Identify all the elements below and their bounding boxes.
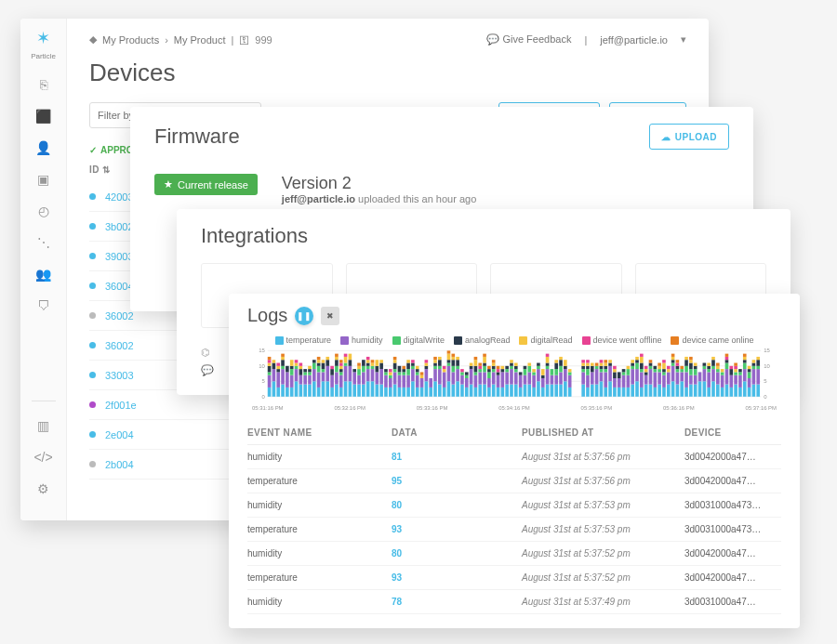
svg-rect-205 [447, 360, 451, 362]
svg-rect-200 [443, 369, 446, 372]
nav-folder-icon[interactable]: ⎘ [40, 77, 47, 92]
breadcrumb-product[interactable]: My Product [174, 34, 226, 46]
svg-rect-473 [711, 369, 715, 381]
svg-rect-95 [339, 363, 343, 366]
svg-rect-407 [649, 366, 653, 369]
log-row[interactable]: temperature 93 August 31st at 5:37:53 pm… [247, 518, 781, 542]
log-event: humidity [247, 548, 392, 559]
svg-rect-265 [501, 373, 505, 388]
svg-rect-24 [276, 373, 280, 388]
svg-rect-370 [613, 373, 617, 379]
logs-table-header: EVENT NAME DATA PUBLISHED AT DEVICE [247, 421, 781, 445]
log-published: August 31st at 5:37:53 pm [522, 524, 684, 534]
svg-rect-486 [725, 385, 729, 397]
svg-rect-295 [532, 373, 536, 375]
svg-rect-56 [308, 385, 312, 397]
svg-rect-454 [689, 360, 693, 362]
svg-rect-361 [604, 366, 607, 369]
svg-rect-445 [684, 388, 688, 397]
nav-gear-icon[interactable]: ⚙ [37, 481, 49, 496]
nav-terminal-icon[interactable]: ▣ [37, 172, 49, 187]
legend-item[interactable]: temperature [275, 335, 332, 345]
svg-rect-106 [352, 385, 356, 397]
legend-item[interactable]: analogRead [454, 335, 511, 345]
svg-rect-208 [451, 385, 455, 397]
nav-graph-icon[interactable]: ⋱ [37, 235, 50, 250]
svg-rect-256 [492, 366, 496, 369]
svg-rect-270 [505, 369, 509, 372]
svg-rect-125 [371, 369, 375, 381]
nav-shield-icon[interactable]: ⛉ [37, 298, 50, 313]
svg-rect-167 [411, 369, 415, 381]
svg-rect-130 [376, 373, 379, 385]
svg-rect-248 [487, 388, 491, 397]
legend-item[interactable]: humidity [340, 335, 383, 345]
svg-rect-156 [402, 388, 405, 397]
svg-rect-367 [608, 360, 612, 362]
svg-rect-175 [416, 366, 419, 369]
log-row[interactable]: humidity 81 August 31st at 5:37:56 pm 3d… [247, 445, 781, 469]
legend-item[interactable]: device went offline [582, 335, 662, 345]
svg-rect-216 [456, 366, 459, 369]
svg-rect-109 [357, 385, 361, 397]
clear-button[interactable]: ✖ [321, 307, 339, 325]
log-row[interactable]: humidity 80 August 31st at 5:37:52 pm 3d… [247, 542, 781, 566]
svg-rect-17 [268, 360, 272, 362]
svg-rect-72 [322, 373, 326, 382]
chevron-right-icon: › [165, 34, 168, 46]
svg-rect-33 [281, 354, 285, 357]
firmware-uploader: jeff@particle.io uploaded this an hour a… [282, 193, 476, 204]
give-feedback-link[interactable]: 💬 Give Feedback [486, 33, 571, 46]
svg-rect-22 [272, 360, 276, 362]
brand-icon: ✶ [36, 28, 50, 48]
svg-rect-419 [662, 388, 666, 397]
svg-rect-490 [725, 357, 729, 360]
log-device: 3d0031000a473… [684, 500, 781, 510]
svg-rect-170 [411, 360, 415, 362]
svg-rect-373 [618, 388, 621, 397]
svg-rect-336 [581, 363, 585, 366]
svg-rect-350 [595, 366, 599, 369]
pause-button[interactable]: ❚❚ [295, 307, 313, 325]
nav-user-icon[interactable]: 👤 [35, 140, 51, 155]
log-data: 93 [392, 524, 522, 534]
svg-rect-221 [460, 373, 464, 375]
caret-down-icon[interactable]: ▾ [681, 33, 686, 46]
user-email-link[interactable]: jeff@particle.io [600, 34, 668, 46]
svg-rect-172 [416, 375, 419, 388]
legend-item[interactable]: device came online [671, 335, 753, 345]
svg-rect-25 [276, 369, 280, 372]
nav-bars-icon[interactable]: ▥ [37, 418, 49, 433]
log-published: August 31st at 5:37:49 pm [522, 597, 684, 607]
svg-rect-45 [295, 363, 299, 366]
svg-text:10: 10 [259, 363, 265, 369]
log-row[interactable]: temperature 93 August 31st at 5:37:52 pm… [247, 566, 781, 590]
log-row[interactable]: humidity 80 August 31st at 5:37:53 pm 3d… [247, 493, 781, 518]
svg-rect-43 [295, 369, 299, 381]
svg-rect-439 [676, 363, 680, 366]
svg-rect-474 [711, 366, 715, 369]
log-row[interactable]: temperature 95 August 31st at 5:37:56 pm… [247, 469, 781, 493]
svg-rect-274 [510, 366, 513, 369]
svg-rect-138 [384, 375, 388, 388]
svg-rect-489 [725, 360, 729, 362]
nav-clock-icon[interactable]: ◴ [38, 204, 49, 218]
nav-team-icon[interactable]: 👥 [35, 267, 51, 282]
svg-rect-335 [581, 366, 585, 369]
upload-button[interactable]: ☁︎UPLOAD [649, 124, 729, 150]
svg-rect-76 [326, 381, 329, 396]
svg-text:0: 0 [764, 394, 767, 400]
breadcrumb-products[interactable]: My Products [102, 34, 159, 46]
svg-rect-512 [748, 388, 751, 397]
nav-cube-icon[interactable]: ⬛ [35, 109, 51, 124]
svg-rect-110 [357, 375, 361, 385]
log-row[interactable]: humidity 78 August 31st at 5:37:49 pm 3d… [247, 590, 781, 614]
svg-rect-40 [290, 366, 294, 369]
svg-rect-259 [497, 388, 500, 397]
svg-rect-98 [344, 366, 348, 381]
svg-rect-413 [653, 366, 657, 369]
nav-code-icon[interactable]: </> [33, 450, 52, 465]
legend-item[interactable]: digitalRead [519, 335, 572, 345]
legend-item[interactable]: digitalWrite [392, 335, 445, 345]
status-dot [89, 253, 96, 259]
